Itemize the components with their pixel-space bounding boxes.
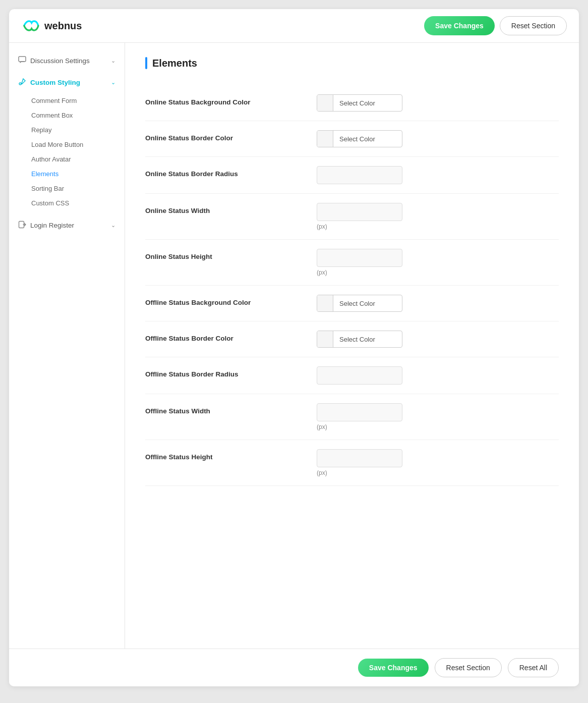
form-control-online-width: (px)	[317, 203, 559, 230]
form-control-online-height: (px)	[317, 249, 559, 276]
reset-section-button-header[interactable]: Reset Section	[500, 16, 567, 35]
form-control-offline-border-color: Select Color	[317, 331, 559, 348]
unit-label-online-width: (px)	[317, 223, 559, 230]
section-title-text: Elements	[152, 58, 197, 69]
sidebar: Discussion Settings ⌄ Cust	[9, 43, 125, 648]
sidebar-section-discussion-header[interactable]: Discussion Settings ⌄	[9, 51, 125, 71]
sidebar-item-comment-form[interactable]: Comment Form	[9, 93, 125, 108]
svg-rect-0	[19, 57, 26, 62]
svg-point-1	[19, 83, 21, 85]
sidebar-item-sorting-bar[interactable]: Sorting Bar	[9, 181, 125, 196]
text-input-offline-border-radius[interactable]	[317, 366, 402, 385]
form-label-offline-bg-color: Offline Status Background Color	[145, 295, 317, 306]
form-label-online-width: Online Status Width	[145, 203, 317, 214]
save-changes-button-footer[interactable]: Save Changes	[358, 659, 429, 677]
sidebar-item-author-avatar[interactable]: Author Avatar	[9, 152, 125, 167]
form-row-offline-bg-color: Offline Status Background ColorSelect Co…	[145, 286, 559, 321]
form-control-offline-height: (px)	[317, 449, 559, 476]
form-label-offline-border-radius: Offline Status Border Radius	[145, 366, 317, 378]
form-label-online-border-color: Online Status Border Color	[145, 130, 317, 142]
footer-bar: Save Changes Reset Section Reset All	[9, 648, 579, 686]
logo: webnus	[21, 19, 82, 33]
logo-icon	[21, 19, 40, 33]
form-label-offline-width: Offline Status Width	[145, 403, 317, 415]
sidebar-item-custom-css[interactable]: Custom CSS	[9, 196, 125, 210]
discussion-chevron: ⌄	[111, 58, 115, 64]
sidebar-section-custom-styling-header[interactable]: Custom Styling ⌄	[9, 73, 125, 92]
form-label-offline-height: Offline Status Height	[145, 449, 317, 461]
form-row-online-height: Online Status Height(px)	[145, 240, 559, 286]
form-control-online-bg-color: Select Color	[317, 94, 559, 112]
section-title: Elements	[145, 57, 559, 69]
custom-styling-label: Custom Styling	[30, 79, 80, 86]
text-input-online-height[interactable]	[317, 249, 402, 267]
reset-all-button-footer[interactable]: Reset All	[508, 658, 559, 677]
sidebar-section-discussion: Discussion Settings ⌄	[9, 51, 125, 71]
custom-styling-chevron: ⌄	[111, 79, 115, 86]
form-row-offline-width: Offline Status Width(px)	[145, 394, 559, 440]
color-label-online-border-color: Select Color	[333, 135, 381, 143]
text-input-offline-height[interactable]	[317, 449, 402, 467]
color-swatch-offline-border-color	[317, 331, 333, 347]
sidebar-section-login-register-header[interactable]: Login Register ⌄	[9, 215, 125, 235]
brush-icon	[18, 78, 26, 87]
header-actions: Save Changes Reset Section	[424, 16, 567, 35]
color-swatch-offline-bg-color	[317, 295, 333, 311]
form-row-offline-height: Offline Status Height(px)	[145, 440, 559, 486]
unit-label-offline-width: (px)	[317, 423, 559, 430]
form-control-online-border-color: Select Color	[317, 130, 559, 147]
color-picker-offline-border-color[interactable]: Select Color	[317, 331, 402, 348]
color-picker-offline-bg-color[interactable]: Select Color	[317, 295, 402, 312]
form-control-online-border-radius	[317, 166, 559, 184]
form-label-online-border-radius: Online Status Border Radius	[145, 166, 317, 178]
main-content: Elements Online Status Background ColorS…	[125, 43, 579, 648]
login-register-chevron: ⌄	[111, 222, 115, 229]
custom-styling-subitems: Comment Form Comment Box Replay Load Mor…	[9, 92, 125, 213]
form-control-offline-width: (px)	[317, 403, 559, 430]
login-icon	[18, 221, 26, 230]
logo-text: webnus	[44, 20, 82, 32]
discussion-settings-label: Discussion Settings	[30, 57, 90, 65]
color-label-online-bg-color: Select Color	[333, 99, 381, 107]
form-row-offline-border-radius: Offline Status Border Radius	[145, 357, 559, 394]
body-layout: Discussion Settings ⌄ Cust	[9, 43, 579, 648]
form-label-offline-border-color: Offline Status Border Color	[145, 331, 317, 342]
color-swatch-online-border-color	[317, 131, 333, 147]
form-row-online-border-radius: Online Status Border Radius	[145, 157, 559, 194]
app-wrapper: webnus Save Changes Reset Section	[9, 9, 579, 686]
sidebar-item-replay[interactable]: Replay	[9, 123, 125, 137]
sidebar-section-custom-styling: Custom Styling ⌄ Comment Form Comment Bo…	[9, 73, 125, 213]
form-label-online-height: Online Status Height	[145, 249, 317, 260]
form-control-offline-bg-color: Select Color	[317, 295, 559, 312]
sidebar-item-load-more[interactable]: Load More Button	[9, 137, 125, 152]
form-label-online-bg-color: Online Status Background Color	[145, 94, 317, 106]
color-label-offline-border-color: Select Color	[333, 336, 381, 343]
color-swatch-online-bg-color	[317, 95, 333, 111]
color-picker-online-border-color[interactable]: Select Color	[317, 130, 402, 147]
text-input-online-border-radius[interactable]	[317, 166, 402, 184]
form-row-online-border-color: Online Status Border ColorSelect Color	[145, 121, 559, 157]
reset-section-button-footer[interactable]: Reset Section	[435, 658, 502, 677]
save-changes-button-header[interactable]: Save Changes	[424, 16, 495, 35]
form-row-online-width: Online Status Width(px)	[145, 194, 559, 240]
form-control-offline-border-radius	[317, 366, 559, 385]
color-picker-online-bg-color[interactable]: Select Color	[317, 94, 402, 112]
text-input-online-width[interactable]	[317, 203, 402, 221]
unit-label-offline-height: (px)	[317, 469, 559, 476]
sidebar-item-comment-box[interactable]: Comment Box	[9, 108, 125, 123]
form-rows-container: Online Status Background ColorSelect Col…	[145, 85, 559, 486]
sidebar-section-login-register: Login Register ⌄	[9, 215, 125, 235]
form-row-offline-border-color: Offline Status Border ColorSelect Color	[145, 321, 559, 357]
login-register-label: Login Register	[30, 222, 74, 229]
sidebar-item-elements[interactable]: Elements	[9, 167, 125, 181]
color-label-offline-bg-color: Select Color	[333, 300, 381, 307]
unit-label-online-height: (px)	[317, 269, 559, 276]
header: webnus Save Changes Reset Section	[9, 9, 579, 43]
section-title-bar	[145, 57, 147, 69]
text-input-offline-width[interactable]	[317, 403, 402, 421]
comment-icon	[18, 56, 26, 66]
form-row-online-bg-color: Online Status Background ColorSelect Col…	[145, 85, 559, 121]
